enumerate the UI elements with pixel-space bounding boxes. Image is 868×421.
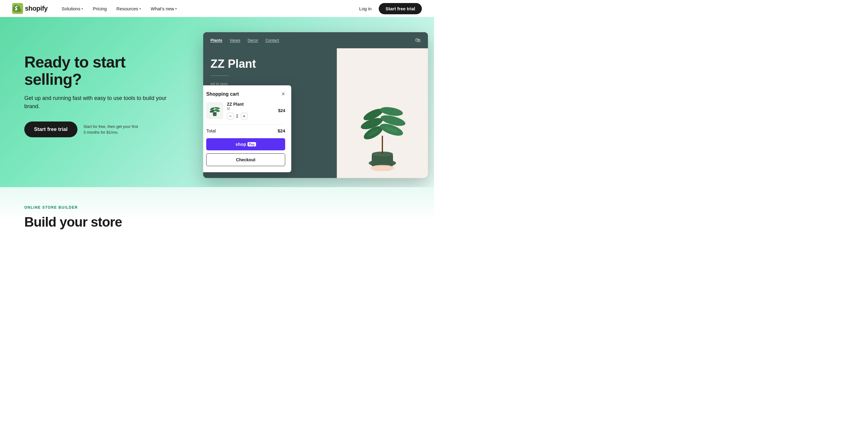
navigation: shopify Solutions ▾ Pricing Resources ▾ … bbox=[0, 0, 434, 17]
nav-pricing[interactable]: Pricing bbox=[88, 4, 111, 14]
chevron-down-icon: ▾ bbox=[175, 7, 177, 10]
nav-whats-new[interactable]: What's new ▾ bbox=[146, 4, 181, 14]
nav-links: Solutions ▾ Pricing Resources ▾ What's n… bbox=[57, 4, 355, 14]
svg-point-18 bbox=[214, 109, 220, 112]
store-body: ZZ Plant ed in yournters,plants bbox=[203, 48, 428, 178]
quantity-increase-button[interactable]: + bbox=[241, 113, 248, 119]
svg-rect-14 bbox=[373, 166, 392, 171]
logo-text: shopify bbox=[25, 5, 48, 12]
hero-right: Plants Vases Decor Contact 🛍 ZZ Plant ed… bbox=[197, 23, 434, 181]
cart-item-price: $24 bbox=[278, 108, 285, 113]
svg-point-10 bbox=[379, 106, 403, 118]
hero-section: Ready to start selling? Get up and runni… bbox=[0, 17, 434, 187]
cart-total-label: Total bbox=[206, 128, 216, 133]
nav-trial-button[interactable]: Start free trial bbox=[379, 3, 422, 14]
cart-total: Total $24 bbox=[206, 128, 285, 133]
close-icon[interactable]: ✕ bbox=[281, 92, 285, 97]
section-title: Build your store bbox=[24, 214, 410, 230]
nav-resources[interactable]: Resources ▾ bbox=[112, 4, 145, 14]
hero-title: Ready to start selling? bbox=[24, 54, 176, 88]
hero-cta: Start free trial Start for free, then ge… bbox=[24, 121, 176, 137]
shop-pay-badge: Pay bbox=[248, 142, 256, 146]
cart-item-info: ZZ Plant M − 2 + bbox=[227, 102, 275, 119]
hero-left: Ready to start selling? Get up and runni… bbox=[24, 35, 176, 137]
nav-solutions[interactable]: Solutions ▾ bbox=[57, 4, 88, 14]
store-nav-vases[interactable]: Vases bbox=[229, 38, 240, 42]
cart-quantity: − 2 + bbox=[227, 113, 275, 119]
section-label: ONLINE STORE BUILDER bbox=[24, 205, 410, 210]
hero-note: Start for free, then get your first 3 mo… bbox=[84, 124, 138, 136]
chevron-down-icon: ▾ bbox=[82, 7, 83, 10]
cart-modal: Shopping cart ✕ bbox=[203, 85, 291, 172]
cart-title: Shopping cart bbox=[206, 91, 239, 97]
store-product-divider bbox=[211, 75, 229, 76]
shop-pay-text: shop bbox=[236, 142, 246, 147]
store-mockup: Plants Vases Decor Contact 🛍 ZZ Plant ed… bbox=[203, 32, 428, 178]
chevron-down-icon: ▾ bbox=[140, 7, 141, 10]
store-nav: Plants Vases Decor Contact 🛍 bbox=[203, 32, 428, 48]
bottom-section: ONLINE STORE BUILDER Build your store bbox=[0, 187, 434, 242]
hero-trial-button[interactable]: Start free trial bbox=[24, 121, 78, 137]
svg-point-16 bbox=[213, 112, 217, 114]
checkout-button[interactable]: Checkout bbox=[206, 153, 285, 166]
store-nav-decor[interactable]: Decor bbox=[248, 38, 258, 42]
plant-illustration bbox=[337, 48, 428, 178]
svg-point-20 bbox=[214, 107, 220, 109]
cart-item-variant: M bbox=[227, 107, 275, 111]
hero-subtitle: Get up and running fast with easy to use… bbox=[24, 94, 176, 111]
cart-header: Shopping cart ✕ bbox=[206, 91, 285, 97]
cart-item-name: ZZ Plant bbox=[227, 102, 275, 107]
cart-item: ZZ Plant M − 2 + $24 bbox=[206, 102, 285, 119]
quantity-value: 2 bbox=[236, 114, 239, 118]
store-nav-plants[interactable]: Plants bbox=[211, 38, 222, 42]
shopping-bag-icon[interactable]: 🛍 bbox=[415, 37, 421, 43]
quantity-decrease-button[interactable]: − bbox=[227, 113, 234, 119]
nav-right: Log in Start free trial bbox=[355, 3, 422, 14]
shop-pay-button[interactable]: shop Pay bbox=[206, 138, 285, 150]
cart-total-price: $24 bbox=[278, 128, 285, 133]
cart-item-image bbox=[206, 102, 223, 119]
store-product-title: ZZ Plant bbox=[211, 57, 330, 70]
login-link[interactable]: Log in bbox=[355, 4, 375, 14]
store-nav-contact[interactable]: Contact bbox=[266, 38, 279, 42]
logo[interactable]: shopify bbox=[12, 3, 48, 14]
store-image-area bbox=[337, 48, 428, 178]
